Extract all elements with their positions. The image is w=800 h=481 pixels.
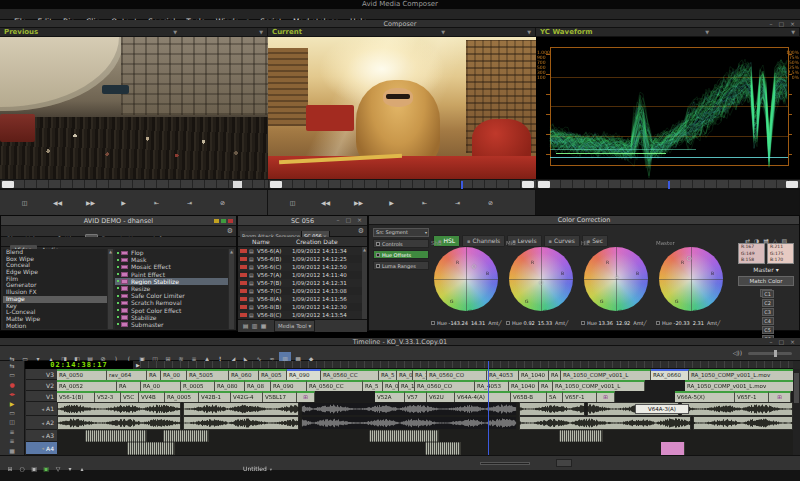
- timeline-sidebar-button[interactable]: ⇆: [0, 361, 24, 370]
- transport-button[interactable]: ⇥: [173, 191, 206, 215]
- audio-clip[interactable]: [439, 430, 559, 442]
- transport-button[interactable]: ▶: [107, 191, 140, 215]
- video-clip[interactable]: RA_0560_CC: [307, 380, 363, 391]
- table-row[interactable]: ▤V56-8(B)1/09/2012 14:12:30: [238, 303, 364, 311]
- video-clip[interactable]: RA_4053: [475, 380, 509, 391]
- video-clip[interactable]: RA_1050_COMP_v001_L: [553, 380, 645, 391]
- timeline-ruler[interactable]: 02:14:02:1202:14:07:1202:14:12:1202:14:1…: [140, 361, 793, 369]
- transport-button[interactable]: ◀◀: [41, 191, 74, 215]
- effect-item[interactable]: Resize: [115, 285, 228, 292]
- selected-audio-clip[interactable]: V64A-3(A): [635, 404, 689, 414]
- timeline-sidebar-button[interactable]: ▭: [0, 370, 24, 379]
- timeline-footer-button[interactable]: ▣: [40, 462, 52, 476]
- video-clip[interactable]: RA_0560_CO: [427, 369, 487, 380]
- audio-clip[interactable]: [163, 430, 209, 442]
- timeline-title-bar[interactable]: Timeline - KO_V.33.1.Copy.01 – ▢ ×: [0, 338, 800, 346]
- video-clip[interactable]: RA: [549, 369, 561, 380]
- bin-title-bar[interactable]: SC 056 – ▢ ×: [238, 216, 367, 226]
- video-clip[interactable]: V57: [405, 391, 427, 402]
- checkbox[interactable]: [431, 321, 435, 325]
- video-clip[interactable]: RA_1050_COMP_v001_L.mov: [689, 369, 793, 380]
- video-clip[interactable]: RA_060: [229, 369, 259, 380]
- video-clip[interactable]: [615, 391, 675, 402]
- timeline-scrollbar[interactable]: [793, 369, 800, 455]
- wheel-position-marker[interactable]: ○: [686, 255, 691, 261]
- chevron-down-icon[interactable]: ▼: [441, 28, 445, 37]
- table-row[interactable]: ▤V56-6(A)1/09/2012 14:11:34: [238, 247, 364, 255]
- checkbox[interactable]: [376, 253, 380, 257]
- source-segment-dropdown[interactable]: Src Segment▾: [373, 228, 429, 237]
- table-row[interactable]: ▤V56-6(C)1/09/2012 14:12:50: [238, 263, 364, 271]
- timeline-window-buttons[interactable]: – ▢ ×: [769, 338, 797, 346]
- video-clip[interactable]: RA_0050: [57, 369, 107, 380]
- timeline-footer-button[interactable]: ▽: [52, 462, 64, 476]
- scrollbar-thumb[interactable]: [794, 373, 799, 403]
- wheel-position-marker[interactable]: ◇: [539, 279, 544, 285]
- transport-button[interactable]: ◫: [276, 191, 309, 215]
- audio-level-slider[interactable]: [748, 352, 792, 355]
- current-monitor-header[interactable]: Current ▼ ▼: [268, 28, 536, 37]
- video-clip[interactable]: R_0005: [181, 380, 215, 391]
- chevron-down-icon[interactable]: ▼: [527, 28, 531, 37]
- close-button[interactable]: [228, 219, 233, 223]
- transport-button[interactable]: ◀◀: [309, 191, 342, 215]
- effect-item[interactable]: Mosaic Effect: [115, 263, 228, 270]
- checkbox[interactable]: [376, 242, 380, 246]
- timeline-sidebar-button[interactable]: ◂▸: [0, 389, 24, 398]
- video-clip[interactable]: V42G-4: [231, 391, 263, 402]
- composer-title-bar[interactable]: Composer – ▢ ×: [0, 20, 800, 28]
- timeline-sidebar-button[interactable]: ▶: [0, 399, 24, 408]
- track-selector[interactable]: A1: [26, 402, 57, 416]
- hsl-group-button[interactable]: Hue Offsets: [373, 250, 429, 259]
- eyedropper-icon[interactable]: ╱: [644, 320, 647, 326]
- checkbox[interactable]: [376, 264, 380, 268]
- audio-clip[interactable]: [425, 442, 461, 455]
- speaker-icon[interactable]: ◁)): [733, 346, 742, 360]
- video-clip[interactable]: RAX_0660: [651, 369, 689, 380]
- timeline-zoom-slider[interactable]: [480, 462, 530, 465]
- video-clip[interactable]: rav_064: [107, 369, 147, 380]
- chevron-down-icon[interactable]: ▾: [270, 467, 272, 472]
- timeline-sidebar-button[interactable]: ▭: [0, 408, 24, 417]
- position-handle[interactable]: [270, 181, 282, 188]
- audio-clip[interactable]: [369, 430, 439, 442]
- audio-clip[interactable]: [57, 442, 127, 455]
- saturation-value[interactable]: 12.92: [616, 320, 630, 326]
- timeline-sidebar-button[interactable]: ▦: [0, 446, 24, 455]
- hsl-group-button[interactable]: Luma Ranges: [373, 261, 429, 270]
- gear-icon[interactable]: ⚙: [358, 226, 364, 237]
- video-clip[interactable]: RA: [147, 369, 161, 380]
- track-selector[interactable]: A4: [26, 442, 57, 455]
- video-clip[interactable]: RA_5005: [187, 369, 229, 380]
- effect-category-item[interactable]: Image: [3, 296, 107, 303]
- video-clip[interactable]: V65B-B: [511, 391, 547, 402]
- match-color-button[interactable]: Match Color: [738, 276, 794, 286]
- video-clip[interactable]: V56-1(B): [57, 391, 95, 402]
- video-clip[interactable]: [645, 380, 685, 391]
- color-correction-title-bar[interactable]: Color Correction: [369, 216, 799, 225]
- effect-category-item[interactable]: L-Conceal: [3, 309, 107, 316]
- current-position-bar[interactable]: [268, 179, 536, 189]
- track-selector[interactable]: A3: [26, 430, 57, 442]
- effect-category-item[interactable]: Blend: [3, 249, 107, 256]
- bin-window-buttons[interactable]: – ▢ ×: [336, 216, 364, 224]
- effect-category-item[interactable]: Illusion FX: [3, 289, 107, 296]
- video-clip[interactable]: RA_1040: [519, 369, 549, 380]
- hue-offset-wheel[interactable]: R B G CY ○: [659, 247, 723, 311]
- video-clip[interactable]: ⊞: [297, 391, 315, 402]
- hue-value[interactable]: 13.36: [599, 320, 613, 326]
- effect-category-item[interactable]: Box Wipe: [3, 256, 107, 263]
- audio-clip[interactable]: [603, 430, 793, 442]
- checkbox[interactable]: [656, 321, 660, 325]
- audio-clip[interactable]: [147, 430, 163, 442]
- saturation-value[interactable]: 2.31: [693, 320, 704, 326]
- correction-slot-button[interactable]: C1: [762, 290, 774, 298]
- video-clip[interactable]: RA_0: [397, 369, 413, 380]
- effect-scrollbar[interactable]: ▲: [229, 249, 234, 329]
- video-clip[interactable]: RA_1050_COMP_v001_L: [561, 369, 651, 380]
- wheel-position-marker[interactable]: ◇: [472, 263, 477, 269]
- video-clip[interactable]: V52A: [375, 391, 405, 402]
- timeline-footer-button[interactable]: ⊞: [4, 462, 16, 476]
- hue-value[interactable]: -143.24: [449, 320, 468, 326]
- frame-view-icon[interactable]: ▥: [250, 320, 259, 332]
